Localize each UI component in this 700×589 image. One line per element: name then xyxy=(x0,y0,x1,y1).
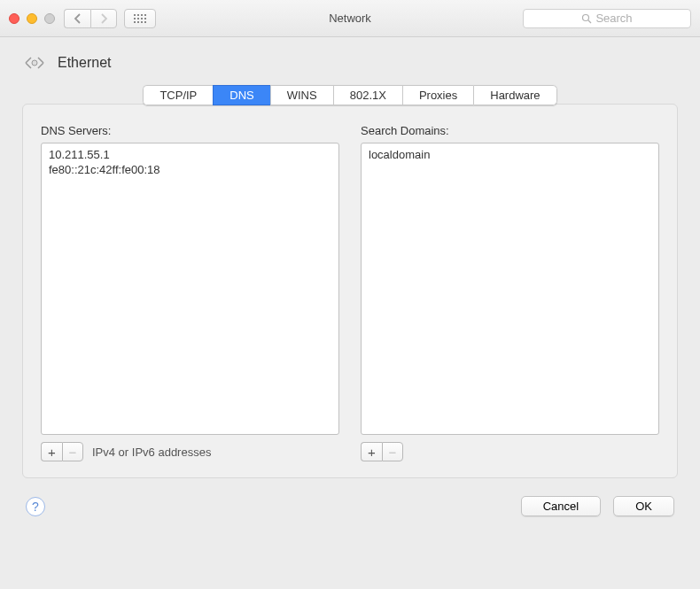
footer: ? Cancel OK xyxy=(22,496,678,516)
add-dns-button[interactable]: + xyxy=(41,442,62,461)
forward-button[interactable] xyxy=(90,9,117,28)
search-domains-label: Search Domains: xyxy=(361,124,659,137)
help-button[interactable]: ? xyxy=(26,497,45,516)
tab-dns[interactable]: DNS xyxy=(213,85,269,105)
search-icon xyxy=(581,13,592,24)
tab-row: TCP/IPDNSWINS802.1XProxiesHardware xyxy=(22,85,678,105)
list-item[interactable]: localdomain xyxy=(369,147,651,162)
tab-hardware[interactable]: Hardware xyxy=(473,85,556,105)
traffic-lights xyxy=(9,13,55,24)
cancel-button[interactable]: Cancel xyxy=(521,496,601,516)
minimize-window-button[interactable] xyxy=(27,13,37,24)
tab-proxies[interactable]: Proxies xyxy=(402,85,473,105)
svg-line-1 xyxy=(588,20,591,23)
show-all-button[interactable] xyxy=(124,9,156,28)
search-placeholder: Search xyxy=(595,12,632,25)
titlebar: Network Search xyxy=(0,0,700,37)
search-input[interactable]: Search xyxy=(523,9,691,28)
domains-add-remove-group: + − xyxy=(361,442,403,461)
svg-point-0 xyxy=(583,14,589,20)
remove-dns-button: − xyxy=(62,442,83,461)
interface-header: Ethernet xyxy=(22,53,678,73)
interface-label: Ethernet xyxy=(58,55,111,71)
settings-panel: DNS Servers: 10.211.55.1fe80::21c:42ff:f… xyxy=(22,104,678,478)
tab-tcpip[interactable]: TCP/IP xyxy=(143,85,213,105)
close-window-button[interactable] xyxy=(9,13,19,24)
dns-servers-label: DNS Servers: xyxy=(41,124,339,137)
svg-point-2 xyxy=(32,60,37,66)
tab-wins[interactable]: WINS xyxy=(270,85,333,105)
tab-8021x[interactable]: 802.1X xyxy=(333,85,402,105)
list-item[interactable]: 10.211.55.1 xyxy=(49,147,331,162)
tabs: TCP/IPDNSWINS802.1XProxiesHardware xyxy=(143,85,556,105)
ethernet-icon xyxy=(22,53,47,73)
content-area: Ethernet TCP/IPDNSWINS802.1XProxiesHardw… xyxy=(0,37,700,534)
search-domains-column: Search Domains: localdomain + − xyxy=(361,124,659,461)
search-domains-listbox[interactable]: localdomain xyxy=(361,143,659,435)
window-title: Network xyxy=(329,12,371,25)
dns-servers-listbox[interactable]: 10.211.55.1fe80::21c:42ff:fe00:18 xyxy=(41,143,339,435)
zoom-window-button xyxy=(44,13,55,24)
remove-domain-button: − xyxy=(382,442,403,461)
grid-icon xyxy=(134,14,146,23)
dns-hint: IPv4 or IPv6 addresses xyxy=(92,446,211,459)
dns-servers-column: DNS Servers: 10.211.55.1fe80::21c:42ff:f… xyxy=(41,124,339,461)
back-button[interactable] xyxy=(64,9,90,28)
add-domain-button[interactable]: + xyxy=(361,442,382,461)
list-item[interactable]: fe80::21c:42ff:fe00:18 xyxy=(49,162,331,177)
ok-button[interactable]: OK xyxy=(613,496,674,516)
dns-add-remove-group: + − xyxy=(41,442,83,461)
nav-group xyxy=(64,9,117,28)
